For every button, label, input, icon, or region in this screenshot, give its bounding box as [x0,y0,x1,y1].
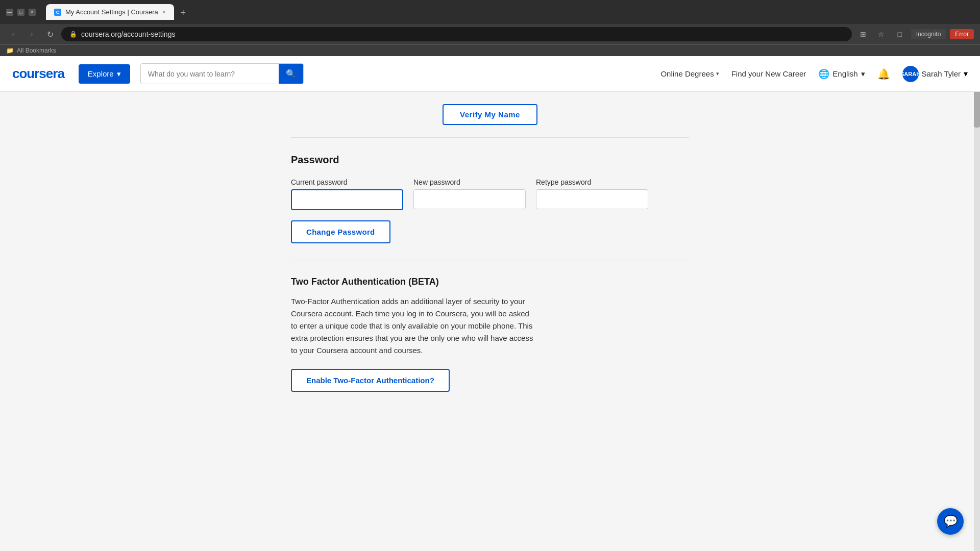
url-bar[interactable]: 🔒 coursera.org/account-settings [61,27,852,41]
scrollbar-thumb[interactable] [974,87,980,128]
retype-password-group: Retype password [536,178,648,210]
find-career-link[interactable]: Find your New Career [731,69,806,78]
forward-button[interactable]: › [24,27,39,41]
lock-icon: 🔒 [69,31,77,38]
tfa-section: Two Factor Authentication (BETA) Two-Fac… [291,260,689,408]
new-tab-button[interactable]: + [176,6,190,20]
tab-favicon: C [54,9,61,16]
globe-icon: 🌐 [818,68,829,80]
window-controls[interactable]: — □ × [6,9,36,16]
search-input[interactable] [141,65,279,83]
user-chevron-icon: ▾ [964,69,968,79]
search-button[interactable]: 🔍 [279,64,303,84]
password-section-title: Password [291,154,689,166]
nav-links: Online Degrees ▾ Find your New Career 🌐 … [660,66,968,82]
profile-icon[interactable]: □ [893,27,907,41]
password-section: Password Current password New password R… [291,138,689,260]
maximize-button[interactable]: □ [17,9,24,16]
user-name: Sarah Tyler [922,69,961,78]
explore-label: Explore [88,69,114,78]
tfa-description: Two-Factor Authentication adds an additi… [291,295,536,357]
bookmarks-label[interactable]: All Bookmarks [17,47,56,54]
explore-button[interactable]: Explore ▾ [79,64,130,84]
new-password-input[interactable] [413,189,526,209]
current-password-label: Current password [291,178,403,186]
tfa-title: Two Factor Authentication (BETA) [291,277,689,287]
online-degrees-label: Online Degrees [660,69,714,78]
retype-password-label: Retype password [536,178,648,186]
online-degrees-link[interactable]: Online Degrees ▾ [660,69,719,78]
active-tab[interactable]: C My Account Settings | Coursera × [46,4,174,20]
retype-password-input[interactable] [536,189,648,209]
navbar: coursera Explore ▾ 🔍 Online Degrees ▾ Fi… [0,56,980,92]
scrollbar[interactable] [974,87,980,505]
error-badge: Error [950,29,974,39]
new-password-group: New password [413,178,526,210]
browser-chrome: — □ × C My Account Settings | Coursera ×… [0,0,980,56]
current-password-input[interactable] [291,189,403,210]
search-bar: 🔍 [140,63,304,84]
bookmarks-bar: 📁 All Bookmarks [0,44,980,56]
coursera-logo[interactable]: coursera [12,66,64,82]
find-career-label: Find your New Career [731,69,806,78]
explore-chevron-icon: ▾ [117,69,121,79]
tab-bar: C My Account Settings | Coursera × + [40,4,974,20]
tab-title: My Account Settings | Coursera [65,8,158,16]
refresh-button[interactable]: ↻ [43,27,57,41]
change-password-button[interactable]: Change Password [291,220,390,243]
enable-tfa-button[interactable]: Enable Two-Factor Authentication? [291,369,450,392]
title-bar: — □ × C My Account Settings | Coursera ×… [0,0,980,24]
url-text: coursera.org/account-settings [81,30,175,38]
bookmarks-folder-icon: 📁 [6,47,14,54]
page-content: Verify My Name Password Current password… [271,92,709,408]
language-chevron-icon: ▾ [861,69,865,79]
incognito-badge: Incognito [911,29,946,39]
language-button[interactable]: 🌐 English ▾ [818,68,865,80]
online-degrees-chevron-icon: ▾ [716,70,719,77]
current-password-group: Current password [291,178,403,210]
extensions-icon[interactable]: ⊞ [856,27,870,41]
close-button[interactable]: × [29,9,36,16]
verify-name-section: Verify My Name [291,92,689,138]
password-fields-row: Current password New password Retype pas… [291,178,689,210]
back-button[interactable]: ‹ [6,27,20,41]
user-menu-button[interactable]: SARAH Sarah Tyler ▾ [902,66,968,82]
tab-close-button[interactable]: × [162,9,166,16]
new-password-label: New password [413,178,526,186]
toolbar-icons: ⊞ ☆ □ Incognito Error [856,27,974,41]
verify-name-button[interactable]: Verify My Name [443,104,537,125]
language-label: English [832,69,857,78]
minimize-button[interactable]: — [6,9,13,16]
user-avatar: SARAH [902,66,919,82]
app: coursera Explore ▾ 🔍 Online Degrees ▾ Fi… [0,56,980,505]
bookmark-icon[interactable]: ☆ [874,27,889,41]
notifications-button[interactable]: 🔔 [877,68,890,80]
address-bar: ‹ › ↻ 🔒 coursera.org/account-settings ⊞ … [0,24,980,44]
